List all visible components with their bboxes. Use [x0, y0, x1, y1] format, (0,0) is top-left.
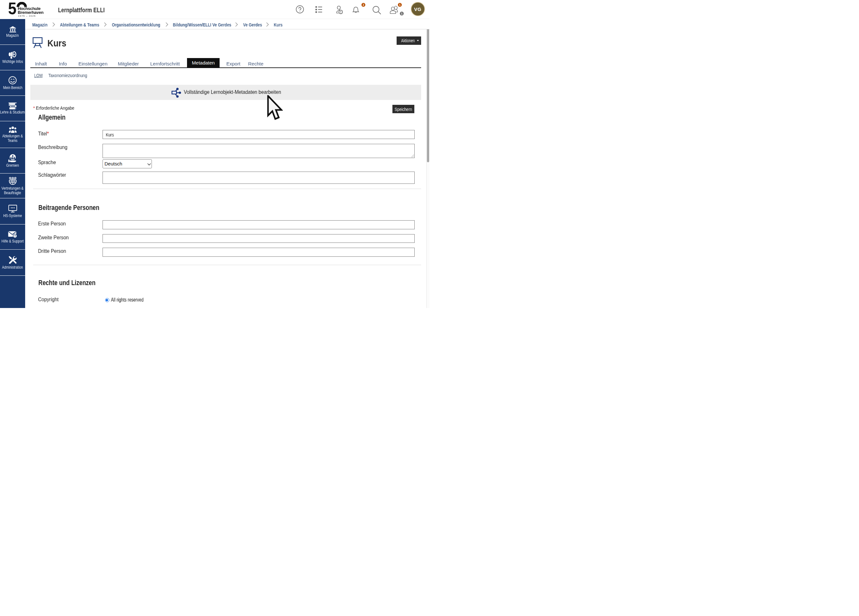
svg-text:?: ? — [14, 235, 16, 238]
